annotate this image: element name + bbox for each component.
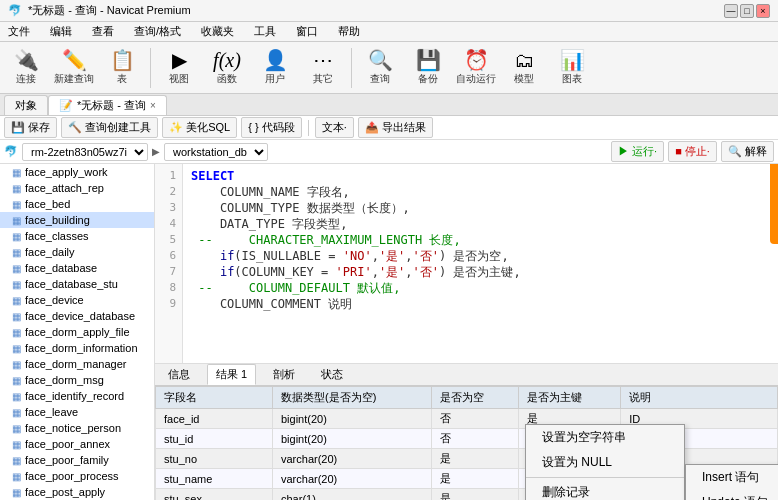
qtool-separator <box>308 120 309 136</box>
close-btn[interactable]: × <box>756 4 770 18</box>
toolbar-auto-run[interactable]: ⏰ 自动运行 <box>454 45 498 91</box>
table-icon: ▦ <box>12 391 21 402</box>
query-builder-button[interactable]: 🔨 查询创建工具 <box>61 117 158 138</box>
tab-close-btn[interactable]: × <box>150 100 156 111</box>
chart-icon: 📊 <box>560 50 585 70</box>
sub-ctx-update[interactable]: Update 语句 <box>686 490 778 500</box>
line-number: 9 <box>161 296 176 312</box>
orange-indicator <box>770 164 778 244</box>
code-line: if(COLUMN_KEY = 'PRI','是','否') 是否为主键, <box>191 264 770 280</box>
toolbar-model[interactable]: 🗂 模型 <box>502 45 546 91</box>
table-icon: ▦ <box>12 407 21 418</box>
sidebar-item[interactable]: ▦face_database_stu <box>0 276 154 292</box>
table-icon: ▦ <box>12 471 21 482</box>
menu-edit[interactable]: 编辑 <box>46 24 76 39</box>
sidebar-item[interactable]: ▦face_dorm_information <box>0 340 154 356</box>
cell-field: stu_no <box>156 449 273 469</box>
toolbar-new-query[interactable]: ✏️ 新建查询 <box>52 45 96 91</box>
sidebar-item[interactable]: ▦face_notice_person <box>0 420 154 436</box>
sidebar-item[interactable]: ▦face_classes <box>0 228 154 244</box>
ctx-delete-record[interactable]: 删除记录 <box>526 480 684 500</box>
beautify-sql-button[interactable]: ✨ 美化SQL <box>162 117 237 138</box>
menu-tools[interactable]: 工具 <box>250 24 280 39</box>
toolbar-function[interactable]: f(x) 函数 <box>205 45 249 91</box>
table-icon: ▦ <box>12 199 21 210</box>
toolbar-user[interactable]: 👤 用户 <box>253 45 297 91</box>
sidebar-item[interactable]: ▦face_dorm_apply_file <box>0 324 154 340</box>
sidebar-item[interactable]: ▦face_bed <box>0 196 154 212</box>
sidebar-item[interactable]: ▦face_poor_process <box>0 468 154 484</box>
toolbar-chart[interactable]: 📊 图表 <box>550 45 594 91</box>
sidebar-item[interactable]: ▦face_attach_rep <box>0 180 154 196</box>
export-button[interactable]: 📤 导出结果 <box>358 117 433 138</box>
stop-button[interactable]: ■ 停止· <box>668 141 717 162</box>
toolbar-backup[interactable]: 💾 备份 <box>406 45 450 91</box>
main-toolbar: 🔌 连接 ✏️ 新建查询 📋 表 ▶ 视图 f(x) 函数 👤 用户 ⋯ 其它 … <box>0 42 778 94</box>
code-editor[interactable]: 123456789 SELECT COLUMN_NAME 字段名, COLUMN… <box>155 164 778 364</box>
menu-favorites[interactable]: 收藏夹 <box>197 24 238 39</box>
code-segment-button[interactable]: { } 代码段 <box>241 117 301 138</box>
sidebar-item[interactable]: ▦face_dorm_manager <box>0 356 154 372</box>
window-controls[interactable]: — □ × <box>724 4 770 18</box>
table-icon: ▦ <box>12 311 21 322</box>
tab-object[interactable]: 对象 <box>4 95 48 115</box>
result-tab-status[interactable]: 状态 <box>312 364 352 385</box>
maximize-btn[interactable]: □ <box>740 4 754 18</box>
minimize-btn[interactable]: — <box>724 4 738 18</box>
sidebar-item[interactable]: ▦face_device <box>0 292 154 308</box>
ctx-set-null[interactable]: 设置为 NULL <box>526 450 684 475</box>
code-line: -- COLUMN_DEFAULT 默认值, <box>191 280 770 296</box>
sidebar-item[interactable]: ▦face_building <box>0 212 154 228</box>
sidebar-item[interactable]: ▦face_database <box>0 260 154 276</box>
toolbar-table[interactable]: 📋 表 <box>100 45 144 91</box>
new-query-label: 新建查询 <box>54 72 94 86</box>
sub-context-menu: Insert 语句 Update 语句 制表符分隔值（数据） 制表符分隔值（字段… <box>685 464 778 500</box>
line-number: 3 <box>161 200 176 216</box>
menu-window[interactable]: 窗口 <box>292 24 322 39</box>
code-line: if(IS_NULLABLE = 'NO','是','否') 是否为空, <box>191 248 770 264</box>
toolbar-other[interactable]: ⋯ 其它 <box>301 45 345 91</box>
col-type: 数据类型(是否为空) <box>273 387 432 409</box>
sidebar-item[interactable]: ▦face_poor_annex <box>0 436 154 452</box>
line-number: 4 <box>161 216 176 232</box>
sidebar-item[interactable]: ▦face_daily <box>0 244 154 260</box>
toolbar-query[interactable]: 🔍 查询 <box>358 45 402 91</box>
auto-run-label: 自动运行 <box>456 72 496 86</box>
sidebar-item[interactable]: ▦face_leave <box>0 404 154 420</box>
sidebar-item[interactable]: ▦face_dorm_msg <box>0 372 154 388</box>
sidebar-item[interactable]: ▦face_apply_work <box>0 164 154 180</box>
sidebar-item[interactable]: ▦face_device_database <box>0 308 154 324</box>
sidebar: ▦face_apply_work▦face_attach_rep▦face_be… <box>0 164 155 500</box>
tab-query[interactable]: 📝 *无标题 - 查询 × <box>48 95 167 115</box>
menu-query-format[interactable]: 查询/格式 <box>130 24 185 39</box>
toolbar-view[interactable]: ▶ 视图 <box>157 45 201 91</box>
result-tab-1[interactable]: 结果 1 <box>207 364 256 385</box>
save-button[interactable]: 💾 保存 <box>4 117 57 138</box>
sidebar-item[interactable]: ▦face_post_apply <box>0 484 154 500</box>
ctx-set-empty-string[interactable]: 设置为空字符串 <box>526 425 684 450</box>
tab-bar: 对象 📝 *无标题 - 查询 × <box>0 94 778 116</box>
toolbar-connect[interactable]: 🔌 连接 <box>4 45 48 91</box>
backup-icon: 💾 <box>416 50 441 70</box>
code-content[interactable]: SELECT COLUMN_NAME 字段名, COLUMN_TYPE 数据类型… <box>183 164 778 363</box>
cell-field: stu_name <box>156 469 273 489</box>
database-select[interactable]: workstation_db <box>164 143 268 161</box>
sub-ctx-insert[interactable]: Insert 语句 <box>686 465 778 490</box>
table-icon: ▦ <box>12 215 21 226</box>
result-tab-info[interactable]: 信息 <box>159 364 199 385</box>
cell-type: varchar(20) <box>273 469 432 489</box>
col-primary: 是否为主键 <box>518 387 620 409</box>
result-tab-analyze[interactable]: 剖析 <box>264 364 304 385</box>
menu-help[interactable]: 帮助 <box>334 24 364 39</box>
menu-file[interactable]: 文件 <box>4 24 34 39</box>
connect-icon: 🔌 <box>14 50 39 70</box>
explain-button[interactable]: 🔍 解释 <box>721 141 774 162</box>
run-button[interactable]: ▶ 运行· <box>611 141 664 162</box>
connection-select[interactable]: rm-2zetn83n05wz7i <box>22 143 148 161</box>
table-icon: ▦ <box>12 183 21 194</box>
text-button[interactable]: 文本· <box>315 117 354 138</box>
sidebar-item[interactable]: ▦face_identify_record <box>0 388 154 404</box>
sidebar-item[interactable]: ▦face_poor_family <box>0 452 154 468</box>
function-icon: f(x) <box>213 50 241 70</box>
menu-view[interactable]: 查看 <box>88 24 118 39</box>
